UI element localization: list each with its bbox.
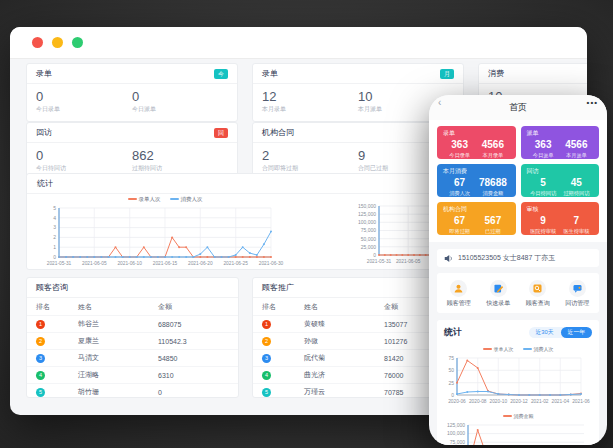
tab-last-30-days[interactable]: 近30天 bbox=[529, 327, 561, 338]
phone-visits-line-chart: 02550752020-062020-082020-102020-122021-… bbox=[444, 354, 592, 406]
phone-card-value: 363 bbox=[443, 139, 476, 151]
range-tabs: 近30天 近一年 bbox=[529, 327, 592, 338]
close-button[interactable] bbox=[32, 37, 43, 48]
phone-card-label: 消费金额 bbox=[476, 190, 509, 197]
svg-text:125,000: 125,000 bbox=[358, 211, 376, 217]
customer-name: 万瑾云 bbox=[304, 387, 384, 397]
phone-card-label: 本月录单 bbox=[476, 152, 509, 159]
stat-label: 今日派单 bbox=[132, 105, 228, 114]
phone-stat-card[interactable]: 回访 5 今日待回访 45 过期待回访 bbox=[521, 164, 600, 197]
table-row: 2 夏康兰 110542.3 bbox=[27, 332, 238, 349]
phone-card-value: 67 bbox=[443, 177, 476, 189]
action-label: 顾客管理 bbox=[447, 299, 471, 308]
visits-line-chart: 0123452021-05-312021-06-052021-06-102021… bbox=[45, 204, 285, 268]
phone-statistics-card: 统计 近30天 近一年 录单人次 消费人次 02550752020-062020… bbox=[437, 320, 599, 445]
phone-stat-card[interactable]: 机构合同 67 即将过期 567 已过期 bbox=[437, 202, 516, 235]
phone-card-value: 4566 bbox=[560, 139, 593, 151]
svg-text:25,000: 25,000 bbox=[361, 244, 377, 250]
table-row: 4 汪湖略 6310 bbox=[27, 366, 238, 383]
customer-name: 曲光济 bbox=[304, 370, 384, 380]
phone-card-value: 9 bbox=[527, 215, 560, 227]
svg-text:2021-06: 2021-06 bbox=[572, 399, 590, 404]
phone-card-label: 即将过期 bbox=[443, 228, 476, 235]
phone-card-value: 45 bbox=[560, 177, 593, 189]
svg-text:75,000: 75,000 bbox=[450, 439, 466, 445]
legend-label: 消费人次 bbox=[181, 196, 203, 203]
stat-label: 本月录单 bbox=[262, 105, 358, 114]
action-callback-management[interactable]: 回访管理 bbox=[558, 280, 598, 308]
action-label: 快速录单 bbox=[486, 299, 510, 308]
rank-badge: 5 bbox=[262, 388, 271, 397]
customer-name: 孙微 bbox=[304, 336, 384, 346]
card-badge-callback: 回 bbox=[214, 128, 228, 138]
svg-text:2021-06-30: 2021-06-30 bbox=[259, 261, 284, 266]
svg-text:50: 50 bbox=[448, 367, 454, 373]
phone-card-label: 今日录单 bbox=[443, 152, 476, 159]
svg-text:2020-10: 2020-10 bbox=[489, 399, 507, 404]
notice-bar[interactable]: 15105523505 女士8487 丁亦玉 bbox=[437, 249, 599, 267]
speaker-icon bbox=[444, 254, 453, 263]
stat-label: 今日录单 bbox=[36, 105, 132, 114]
customer-name: 胡竹珊 bbox=[78, 387, 158, 397]
stat-value: 862 bbox=[132, 148, 228, 163]
customer-name: 夏康兰 bbox=[78, 336, 158, 346]
svg-text:1: 1 bbox=[53, 244, 56, 250]
customer-name: 韩谷兰 bbox=[78, 319, 158, 329]
phone-card-value: 4566 bbox=[476, 139, 509, 151]
svg-text:4: 4 bbox=[53, 215, 56, 221]
svg-text:2021-06-25: 2021-06-25 bbox=[223, 261, 248, 266]
legend-marker-amount bbox=[503, 415, 512, 418]
phone-amount-line-chart: 025,00050,00075,000100,000125,000 bbox=[444, 421, 592, 445]
back-icon[interactable]: ‹ bbox=[438, 98, 441, 108]
minimize-button[interactable] bbox=[52, 37, 63, 48]
svg-text:3: 3 bbox=[53, 224, 56, 230]
phone-header: ‹ 首页 ••• bbox=[429, 95, 607, 120]
amount-value: 110542.3 bbox=[158, 338, 229, 345]
amount-value: 688075 bbox=[158, 321, 229, 328]
svg-text:2021-02: 2021-02 bbox=[531, 399, 549, 404]
svg-text:2021-06-10: 2021-06-10 bbox=[117, 261, 142, 266]
legend-label: 消费人次 bbox=[534, 346, 554, 352]
ranking-tables-row: 顾客咨询 排名 姓名 金额 1 韩谷兰 688075 2 bbox=[26, 277, 465, 398]
svg-text:100,000: 100,000 bbox=[447, 430, 465, 436]
svg-text:2021-06-15: 2021-06-15 bbox=[153, 261, 178, 266]
legend-label: 录单人次 bbox=[139, 196, 161, 203]
stat-card-callbacks: 回访 回 0今日待回访 862过期待回访 bbox=[26, 122, 238, 179]
action-customer-management[interactable]: 顾客管理 bbox=[439, 280, 479, 308]
rank-badge: 4 bbox=[262, 371, 271, 380]
phone-stat-card[interactable]: 派单 363 今日派单 4566 本月派单 bbox=[521, 126, 600, 159]
customer-name: 汪湖略 bbox=[78, 370, 158, 380]
phone-card-label: 消费人次 bbox=[443, 190, 476, 197]
phone-card-title: 录单 bbox=[443, 129, 510, 138]
svg-text:2021-06-20: 2021-06-20 bbox=[188, 261, 213, 266]
phone-stat-card[interactable]: 审核 9 医院待审核 7 医生待审核 bbox=[521, 202, 600, 235]
tab-last-year[interactable]: 近一年 bbox=[561, 327, 592, 338]
query-icon bbox=[529, 280, 546, 297]
more-menu-icon[interactable]: ••• bbox=[587, 99, 598, 107]
action-quick-order[interactable]: 快速录单 bbox=[479, 280, 519, 308]
svg-text:0: 0 bbox=[451, 392, 454, 398]
phone-card-value: 363 bbox=[527, 139, 560, 151]
card-title: 回访 bbox=[36, 127, 52, 138]
phone-card-title: 派单 bbox=[527, 129, 594, 138]
svg-text:2020-06: 2020-06 bbox=[448, 399, 466, 404]
action-label: 顾客查询 bbox=[526, 299, 550, 308]
phone-statistics-title: 统计 bbox=[444, 326, 462, 339]
legend-marker-orders bbox=[483, 348, 492, 351]
svg-text:125,000: 125,000 bbox=[447, 422, 465, 428]
svg-text:2021-05-31: 2021-05-31 bbox=[47, 261, 72, 266]
maximize-button[interactable] bbox=[72, 37, 83, 48]
stat-label: 过期待回访 bbox=[132, 164, 228, 173]
phone-card-label: 医院待审核 bbox=[527, 228, 560, 235]
card-title: 机构合同 bbox=[262, 127, 294, 138]
action-customer-query[interactable]: 顾客查询 bbox=[518, 280, 558, 308]
phone-stat-card[interactable]: 本月消费 67 消费人次 78688 消费金额 bbox=[437, 164, 516, 197]
stat-card-orders-today: 录单 今 0今日录单 0今日派单 bbox=[26, 63, 238, 122]
stat-cards-row-2: 回访 回 0今日待回访 862过期待回访 机构合同 2合同即将过期 bbox=[26, 122, 464, 179]
customer-name: 阮代菊 bbox=[304, 353, 384, 363]
phone-stat-card[interactable]: 录单 363 今日录单 4566 本月录单 bbox=[437, 126, 516, 159]
svg-text:25: 25 bbox=[448, 380, 454, 386]
svg-text:2020-12: 2020-12 bbox=[510, 399, 528, 404]
notice-text: 15105523505 女士8487 丁亦玉 bbox=[458, 253, 555, 263]
phone-card-label: 本月派单 bbox=[560, 152, 593, 159]
